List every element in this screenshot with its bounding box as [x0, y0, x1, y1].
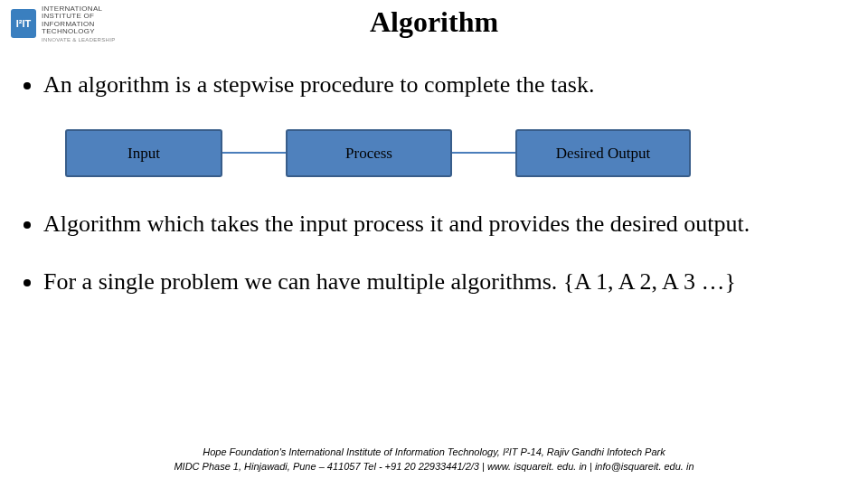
flow-box-input: Input: [65, 129, 222, 177]
footer-line: MIDC Phase 1, Hinjawadi, Pune – 411057 T…: [0, 460, 868, 474]
bullet-definition: An algorithm is a stepwise procedure to …: [43, 70, 841, 100]
flow-connector-icon: [222, 152, 286, 154]
flow-connector-icon: [452, 152, 515, 154]
footer-line: Hope Foundation's International Institut…: [0, 446, 868, 459]
flow-box-process: Process: [286, 129, 452, 177]
slide-body: An algorithm is a stepwise procedure to …: [27, 70, 841, 326]
flow-diagram: Input Process Desired Output: [65, 129, 841, 177]
slide-title: Algorithm: [0, 5, 868, 39]
flow-box-output: Desired Output: [515, 129, 691, 177]
slide-footer: Hope Foundation's International Institut…: [0, 446, 868, 474]
bullet-multiple: For a single problem we can have multipl…: [43, 267, 841, 297]
bullet-explain: Algorithm which takes the input process …: [43, 210, 841, 239]
